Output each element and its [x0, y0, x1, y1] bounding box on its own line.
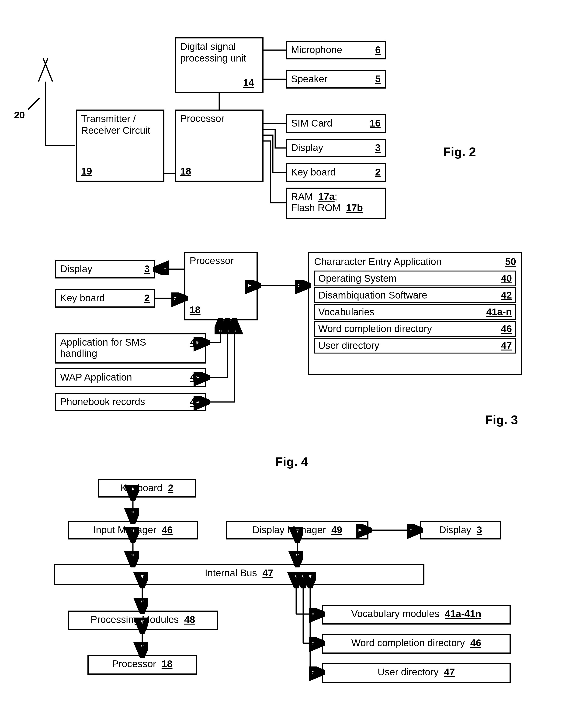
display-box-fig4: Display 3 — [420, 521, 501, 540]
wcd-label-fig4: Word completion directory — [351, 637, 465, 648]
processor-num-fig4: 18 — [162, 658, 173, 669]
microphone-label: Microphone — [291, 44, 342, 56]
sms-num: 43 — [190, 337, 201, 348]
sim-num: 16 — [370, 118, 381, 129]
transmitter-receiver-box: Transmitter / Receiver Circuit 19 — [76, 110, 165, 182]
os-label: Operating System — [318, 273, 397, 284]
processor-label-fig4: Processor — [112, 658, 156, 669]
sms-box: Application for SMS handling43 — [55, 333, 206, 364]
processing-modules-box: Processing Modules 48 — [68, 611, 218, 630]
wcd-box-fig3: Word completion directory46 — [314, 321, 516, 337]
display-label-fig4: Display — [439, 524, 471, 535]
char-entry-label: Chararacter Entry Application — [314, 256, 441, 267]
phonebook-box: Phonebook records45 — [55, 393, 206, 411]
char-entry-num: 50 — [505, 256, 516, 267]
os-num: 40 — [501, 273, 512, 284]
userdir-label-fig3: User directory — [318, 340, 379, 351]
procmod-label: Processing Modules — [90, 614, 179, 625]
userdir-label-fig4: User directory — [378, 666, 438, 677]
input-manager-box: Input Manager 46 — [68, 521, 198, 540]
userdir-box-fig3: User directory47 — [314, 338, 516, 354]
keyboard-num-fig2: 2 — [375, 166, 381, 178]
processor-box-fig3: Processor 18 — [184, 252, 258, 321]
processor-label-fig3: Processor — [190, 255, 252, 266]
microphone-num: 6 — [375, 44, 381, 56]
fig3-title: Fig. 3 — [485, 413, 518, 427]
wap-box: WAP Application44 — [55, 368, 206, 387]
keyboard-box-fig3: Key board2 — [55, 289, 155, 308]
display-manager-box: Display Manager 49 — [226, 521, 369, 540]
os-box: Operating System40 — [314, 271, 516, 286]
processor-num-fig3: 18 — [190, 304, 201, 315]
processor-num-fig2: 18 — [180, 166, 191, 177]
vocabmod-num: 41a-41n — [445, 608, 481, 619]
processor-label-fig2: Processor — [180, 113, 258, 124]
wcd-label-fig3: Word completion directory — [318, 323, 432, 334]
disamb-label: Disambiquation Software — [318, 290, 427, 301]
phonebook-num: 45 — [190, 396, 201, 407]
phonebook-label: Phonebook records — [60, 396, 145, 407]
vocab-num: 41a-n — [486, 306, 512, 317]
dsp-num: 14 — [243, 77, 254, 88]
bus-num: 47 — [262, 568, 273, 578]
char-entry-app-box: Chararacter Entry Application 50 Operati… — [308, 252, 522, 375]
ram-rom-box: RAM 17a; Flash ROM 17b — [286, 188, 386, 219]
dispmgr-label: Display Manager — [252, 524, 326, 535]
userdir-num-fig4: 47 — [444, 666, 455, 677]
microphone-box: Microphone6 — [286, 41, 386, 59]
keyboard-num-fig3: 2 — [144, 293, 150, 304]
keyboard-num-fig4: 2 — [168, 482, 173, 493]
wcd-box-fig4: Word completion directory 46 — [322, 634, 511, 654]
vocabmod-label: Vocabulary modules — [351, 608, 439, 619]
keyboard-box-fig4: Keyboard 2 — [98, 479, 196, 497]
vocab-label: Vocabularies — [318, 306, 375, 317]
userdir-num-fig3: 47 — [501, 340, 512, 351]
dsp-label: Digital signal processing unit — [180, 41, 258, 64]
speaker-num: 5 — [375, 73, 381, 85]
transmitter-num: 19 — [81, 166, 92, 177]
display-label-fig3: Display — [60, 263, 92, 274]
dsp-box: Digital signal processing unit 14 — [175, 37, 263, 93]
inputmgr-num: 46 — [162, 524, 173, 535]
keyboard-label-fig3: Key board — [60, 293, 105, 304]
sim-label: SIM Card — [291, 118, 332, 129]
svg-line-1 — [43, 58, 53, 82]
vocab-modules-box: Vocabulary modules 41a-41n — [322, 605, 511, 625]
display-num-fig4: 3 — [477, 524, 482, 535]
antenna-number: 20 — [14, 110, 25, 121]
display-box-fig3: Display3 — [55, 260, 155, 278]
rom-line: Flash ROM 17b — [291, 202, 381, 213]
keyboard-box-fig2: Key board2 — [286, 163, 386, 182]
speaker-box: Speaker5 — [286, 70, 386, 89]
inputmgr-label: Input Manager — [93, 524, 156, 535]
keyboard-label-fig2: Key board — [291, 166, 336, 178]
vocab-box: Vocabularies41a-n — [314, 304, 516, 320]
userdir-box-fig4: User directory 47 — [322, 663, 511, 683]
bus-label: Internal Bus — [205, 568, 257, 578]
svg-line-3 — [28, 98, 40, 110]
fig4-title: Fig. 4 — [275, 454, 308, 469]
wap-num: 44 — [190, 372, 201, 383]
disamb-num: 42 — [501, 290, 512, 301]
wcd-num-fig4: 46 — [470, 637, 481, 648]
display-label-fig2: Display — [291, 142, 323, 153]
fig2-title: Fig. 2 — [443, 145, 476, 159]
wcd-num-fig3: 46 — [501, 323, 512, 334]
sms-label: Application for SMS handling — [60, 337, 166, 359]
disamb-box: Disambiquation Software42 — [314, 287, 516, 303]
svg-line-0 — [38, 58, 48, 82]
internal-bus-box: Internal Bus 47 — [54, 564, 425, 585]
speaker-label: Speaker — [291, 73, 327, 85]
wap-label: WAP Application — [60, 372, 132, 383]
keyboard-label-fig4: Keyboard — [121, 482, 163, 493]
transmitter-label: Transmitter / Receiver Circuit — [81, 113, 159, 136]
dispmgr-num: 49 — [332, 524, 342, 535]
display-num-fig2: 3 — [375, 142, 381, 153]
display-num-fig3: 3 — [144, 263, 150, 274]
processor-box-fig2: Processor 18 — [175, 110, 263, 182]
ram-line: RAM 17a; — [291, 191, 381, 202]
display-box-fig2: Display3 — [286, 139, 386, 157]
sim-box: SIM Card16 — [286, 114, 386, 133]
procmod-num: 48 — [184, 614, 195, 625]
processor-box-fig4: Processor 18 — [87, 655, 197, 675]
